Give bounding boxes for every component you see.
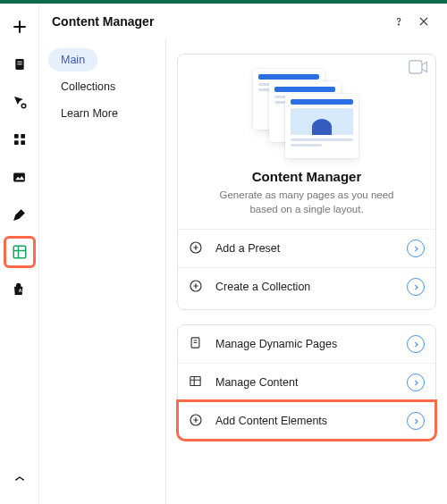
add-icon[interactable] [4,11,36,43]
chevron-right-icon [407,374,425,391]
manage-card: Manage Dynamic Pages Manage Content [177,324,436,441]
hero-subtitle: Generate as many pages as you need based… [208,188,405,216]
svg-rect-6 [14,140,19,145]
plus-circle-icon [189,279,205,295]
content-col: Content Manager Generate as many pages a… [166,39,447,504]
svg-rect-5 [21,134,25,139]
svg-rect-10 [13,246,26,258]
panel-title: Content Manager [52,14,384,29]
row-label: Add a Preset [215,242,407,255]
close-icon[interactable] [413,11,434,32]
svg-point-14 [399,24,400,25]
nav-main[interactable]: Main [48,48,97,71]
help-icon[interactable] [388,11,409,32]
row-create-collection[interactable]: Create a Collection [178,267,435,306]
svg-rect-8 [13,172,25,181]
nav-learn-more[interactable]: Learn More [48,102,131,125]
panel-body: Main Collections Learn More Content Mana… [39,39,447,504]
hero-title: Content Manager [252,169,362,184]
row-label: Manage Content [215,376,407,389]
panel-header: Content Manager [39,4,447,39]
row-manage-content[interactable]: Manage Content [178,363,435,401]
design-icon[interactable] [4,86,36,118]
hero-card: Content Manager Generate as many pages a… [177,54,436,310]
image-icon[interactable] [4,161,36,193]
row-label: Manage Dynamic Pages [215,338,407,350]
panel: Content Manager Main Collections Learn M… [39,4,447,504]
apps-icon[interactable] [4,123,36,155]
plus-circle-icon [189,413,205,429]
table-icon [189,374,205,391]
row-add-preset[interactable]: Add a Preset [178,229,435,267]
plus-circle-icon [189,240,205,256]
row-manage-dynamic[interactable]: Manage Dynamic Pages [178,325,435,363]
svg-rect-4 [14,134,19,139]
collapse-icon[interactable] [4,463,36,495]
svg-rect-2 [17,63,21,64]
nav-col: Main Collections Learn More [39,39,166,504]
content-manager-icon[interactable] [4,236,36,268]
svg-rect-15 [409,61,422,73]
chevron-right-icon [407,335,425,353]
sidebar: A [0,4,39,504]
svg-rect-19 [190,377,200,386]
svg-rect-7 [21,140,25,145]
row-label: Add Content Elements [215,415,407,427]
hero: Content Manager Generate as many pages a… [178,55,435,229]
row-label: Create a Collection [215,281,407,293]
hero-illustration [253,69,360,158]
video-icon[interactable] [409,60,428,78]
chevron-right-icon [407,278,425,296]
page-icon[interactable] [4,48,36,80]
pen-icon[interactable] [4,198,36,231]
page-outline-icon [189,336,205,352]
store-icon[interactable]: A [4,273,36,306]
chevron-right-icon [407,239,425,257]
row-add-content-elements[interactable]: Add Content Elements [178,401,435,440]
svg-text:A: A [18,288,21,293]
svg-point-3 [21,104,26,108]
nav-collections[interactable]: Collections [48,75,128,98]
svg-rect-1 [17,62,21,63]
chevron-right-icon [407,412,425,430]
